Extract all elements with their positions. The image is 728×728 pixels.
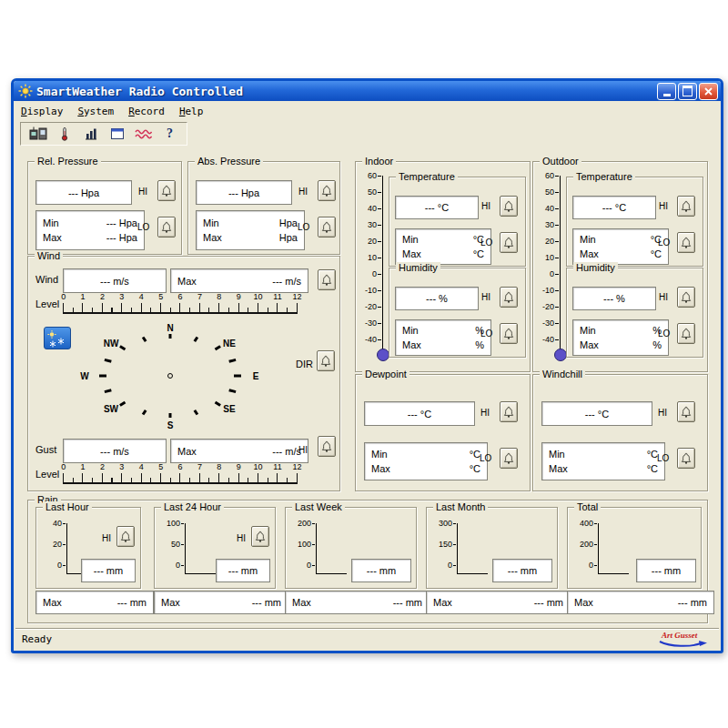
tick-mark [181, 544, 184, 545]
scale-label: 40 [536, 204, 554, 213]
scale-label: -30 [359, 318, 377, 328]
max-label: Max [292, 597, 311, 608]
scale-label: 3 [112, 292, 131, 301]
tick-mark [378, 241, 381, 242]
axis-base [185, 573, 216, 574]
indoor-temp-minmax: Min°C Max°C [395, 228, 491, 265]
rain-week-value: --- mm [351, 559, 411, 582]
menu-bar: DisplaySystemRecordHelp [14, 101, 721, 121]
waves-chart-icon[interactable] [132, 125, 155, 143]
outdoor-humidity-hi-alarm-button[interactable] [677, 287, 695, 308]
scale-row: -20 [535, 302, 559, 311]
gust-alarm-button[interactable] [318, 436, 336, 457]
windchill-hi-alarm-button[interactable] [677, 401, 695, 422]
scale-label: 10 [248, 462, 268, 471]
rain-scale: 2001000 [289, 519, 353, 579]
abs-pressure-hi-alarm-button[interactable] [318, 180, 336, 201]
brand-text: Art Gusset [662, 631, 697, 640]
wind-group: Wind Wind --- m/s Max --- m/s Level 0123… [27, 256, 340, 491]
rain-total-max: Max --- mm [567, 591, 714, 614]
lo-label: LO [298, 222, 309, 232]
axis-line [185, 523, 186, 574]
title-bar[interactable]: SmartWeather Radio Controlled [14, 81, 721, 101]
compass-ne: NE [223, 339, 236, 349]
dewpoint-hi-alarm-button[interactable] [500, 401, 518, 422]
compass-w: W [80, 371, 88, 381]
thermometer-icon[interactable] [53, 125, 76, 143]
help-icon[interactable]: ? [158, 125, 181, 143]
tick-mark [378, 176, 381, 177]
weather-station-icon[interactable] [26, 125, 49, 143]
tick-mark [555, 208, 559, 209]
scale-row: 50 [535, 187, 559, 197]
maximize-button[interactable] [678, 83, 697, 100]
abs-pressure-lo-alarm-button[interactable] [318, 217, 336, 238]
scale-label: 300 [432, 519, 452, 528]
axis-base [457, 573, 488, 574]
indoor-humidity-hi-alarm-button[interactable] [500, 287, 518, 308]
weather-forecast-button[interactable] [44, 327, 71, 349]
menu-item[interactable]: System [77, 106, 114, 117]
scale-row: 0 [571, 561, 597, 570]
wind-direction-alarm-button[interactable] [317, 350, 335, 371]
max-value: --- mm [252, 597, 281, 608]
menu-item[interactable]: Help [179, 106, 204, 117]
scale-row: 40 [535, 204, 559, 213]
window-icon[interactable] [106, 125, 128, 143]
close-button[interactable] [699, 83, 718, 100]
dir-label: DIR [296, 359, 313, 369]
axis-line [598, 523, 599, 574]
group-title: Last Month [433, 501, 488, 513]
min-label: Min [402, 233, 419, 247]
rain-group: Rain Last Hour 40200 HI --- mm Max --- m… [27, 500, 708, 623]
menu-item[interactable]: Record [128, 106, 165, 117]
thermometer-bulb [554, 349, 567, 361]
outdoor-temp-hi-alarm-button[interactable] [677, 196, 695, 217]
windchill-minmax: Min°C Max°C [541, 442, 665, 480]
max-label: Max [580, 248, 599, 261]
max-label: Max [580, 339, 599, 352]
scale-row: 0 [535, 269, 559, 278]
rel-pressure-lo-alarm-button[interactable] [157, 217, 176, 238]
gust-max-field: Max --- m/s [170, 439, 308, 463]
rain-24hour-alarm-button[interactable] [251, 526, 269, 547]
windchill-value: --- °C [541, 401, 652, 426]
group-title: Rel. Pressure [35, 156, 101, 167]
max-label: Max [549, 462, 568, 476]
group-title: Temperature [573, 171, 635, 183]
minimize-button[interactable] [657, 83, 676, 100]
rain-hour-value: --- mm [81, 559, 136, 582]
wind-direction-compass: N NE E SE S SW W NW [79, 320, 261, 433]
indoor-temp-hi-alarm-button[interactable] [500, 196, 518, 217]
windchill-lo-alarm-button[interactable] [677, 448, 695, 469]
rain-hour-max: Max --- mm [35, 591, 154, 614]
menu-item[interactable]: Display [21, 106, 63, 117]
dewpoint-lo-alarm-button[interactable] [500, 448, 518, 469]
outdoor-humidity-lo-alarm-button[interactable] [677, 323, 695, 344]
rain-hour-alarm-button[interactable] [116, 526, 135, 547]
indoor-humidity-subgroup: Humidity --- % HI Min% Max% LO [389, 268, 526, 358]
rel-pressure-hi-alarm-button[interactable] [157, 180, 176, 201]
scale-row: 20 [358, 237, 381, 246]
group-title: Last Hour [43, 501, 92, 513]
outdoor-humidity-subgroup: Humidity --- % HI Min% Max% LO [566, 268, 703, 358]
min-label: Min [402, 324, 419, 338]
tick-mark [555, 307, 559, 308]
min-label: Min [203, 217, 219, 230]
hi-label: HI [138, 187, 147, 197]
tick-mark [181, 523, 184, 524]
rain-month-group: Last Month 3001500 --- mm [426, 507, 558, 589]
indoor-humidity-lo-alarm-button[interactable] [500, 323, 518, 344]
scale-label: 1 [73, 462, 92, 471]
indoor-temp-lo-alarm-button[interactable] [500, 232, 518, 253]
max-value: --- Hpa [106, 231, 137, 245]
scale-label: 50 [536, 187, 554, 197]
tick-mark [555, 192, 559, 193]
bar-chart-icon[interactable] [79, 125, 102, 143]
wind-alarm-button[interactable] [318, 269, 336, 290]
compass-nw: NW [104, 339, 119, 349]
outdoor-thermometer-scale: 6050403020100-10-20-30-40 [535, 171, 566, 360]
toolbar-group: ? [20, 122, 187, 146]
rain-24hour-max: Max --- mm [154, 591, 288, 614]
max-label: Max [371, 462, 390, 476]
